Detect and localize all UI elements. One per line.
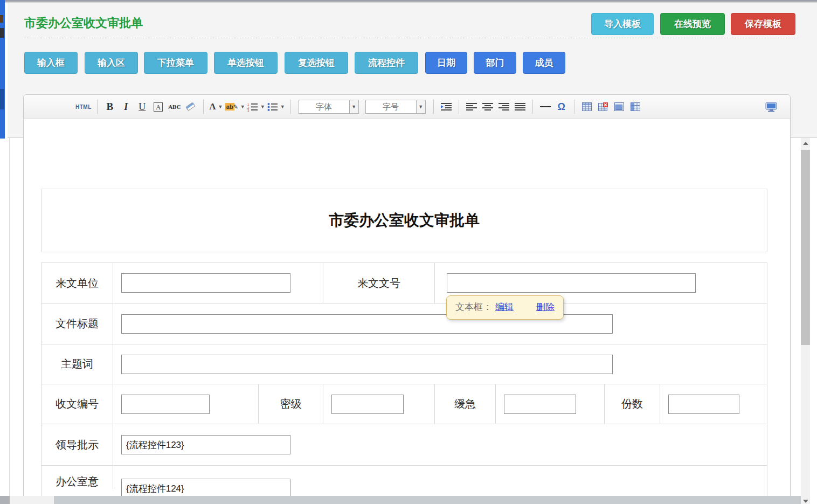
keywords-input[interactable] bbox=[121, 355, 613, 374]
align-center-icon bbox=[482, 102, 493, 111]
insert-table-button[interactable] bbox=[580, 99, 594, 115]
toolbar-separator bbox=[532, 100, 533, 114]
font-family-select[interactable]: 字体 ▼ bbox=[299, 100, 359, 114]
toolbar-separator bbox=[433, 100, 434, 114]
online-preview-button[interactable]: 在线预览 bbox=[660, 13, 725, 35]
strikethrough-button[interactable]: ABC bbox=[168, 99, 182, 115]
style-box-icon: A bbox=[154, 102, 163, 112]
save-template-button[interactable]: 保存模板 bbox=[731, 13, 795, 35]
horizontal-rule-icon bbox=[540, 106, 551, 107]
panel-edge-icon-fragment bbox=[0, 28, 4, 38]
svg-text:3: 3 bbox=[247, 109, 250, 112]
source-code-button[interactable]: HTML bbox=[75, 99, 92, 115]
unordered-list-button[interactable]: ▼ bbox=[267, 99, 285, 115]
panel-edge-icon-fragment bbox=[0, 89, 4, 109]
table-cell bbox=[496, 384, 605, 424]
horizontal-scrollbar[interactable] bbox=[0, 496, 801, 504]
table-cell bbox=[113, 263, 323, 303]
highlight-color-button[interactable]: ab✎▼ bbox=[225, 99, 245, 115]
delete-table-icon bbox=[598, 102, 608, 111]
widget-button-member[interactable]: 成员 bbox=[523, 52, 565, 74]
copies-input[interactable] bbox=[668, 395, 739, 414]
delete-field-link[interactable]: 删除 bbox=[536, 302, 555, 312]
arrow-down-icon bbox=[803, 500, 808, 503]
widget-button-input-area[interactable]: 输入区 bbox=[85, 52, 138, 74]
table-row: 主题词 bbox=[41, 344, 767, 384]
pencil-icon: ✎ bbox=[233, 103, 238, 111]
widget-button-department[interactable]: 部门 bbox=[474, 52, 516, 74]
font-size-label: 字号 bbox=[366, 102, 416, 112]
horizontal-scrollbar-thumb[interactable] bbox=[54, 496, 801, 504]
underline-button[interactable]: U bbox=[135, 99, 149, 115]
vertical-scrollbar[interactable] bbox=[801, 138, 810, 504]
page: 市委办公室收文审批单 导入模板 在线预览 保存模板 输入框 输入区 下拉菜单 单… bbox=[0, 0, 817, 504]
leader-comment-input[interactable] bbox=[121, 435, 290, 454]
special-character-button[interactable]: Ω bbox=[555, 99, 569, 115]
font-color-icon: A bbox=[209, 101, 216, 112]
secrecy-input[interactable] bbox=[331, 395, 404, 414]
align-right-button[interactable] bbox=[497, 99, 511, 115]
bold-button[interactable]: B bbox=[103, 99, 117, 115]
source-unit-input[interactable] bbox=[121, 273, 290, 293]
secrecy-label: 密级 bbox=[259, 384, 323, 424]
urgency-input[interactable] bbox=[504, 395, 576, 414]
widget-button-flow-control[interactable]: 流程控件 bbox=[355, 52, 418, 74]
leader-comment-label: 领导批示 bbox=[41, 424, 113, 465]
indent-button[interactable] bbox=[439, 99, 453, 115]
doc-number-label: 来文文号 bbox=[323, 263, 435, 303]
toolbar-separator bbox=[459, 100, 459, 114]
table-row-properties-button[interactable] bbox=[628, 99, 642, 115]
source-unit-label: 来文单位 bbox=[41, 263, 113, 303]
table-cell-properties-button[interactable] bbox=[612, 99, 626, 115]
doc-number-input[interactable] bbox=[447, 273, 696, 293]
scroll-up-arrow[interactable] bbox=[801, 142, 810, 145]
remove-format-button[interactable] bbox=[184, 99, 198, 115]
table-cell bbox=[113, 344, 767, 384]
italic-button[interactable]: I bbox=[119, 99, 133, 115]
editor-document[interactable]: 市委办公室收文审批单 来文单位 来文文号 文件标题 bbox=[24, 119, 790, 504]
table-row: 文件标题 bbox=[41, 303, 767, 344]
widget-button-date[interactable]: 日期 bbox=[425, 52, 467, 74]
align-justify-button[interactable] bbox=[513, 99, 527, 115]
page-title: 市委办公室收文审批单 bbox=[24, 15, 143, 31]
ordered-list-icon: 1 2 3 bbox=[247, 102, 258, 112]
align-right-icon bbox=[498, 102, 509, 111]
chevron-down-icon: ▼ bbox=[218, 104, 223, 109]
form-title-table[interactable]: 市委办公室收文审批单 bbox=[41, 189, 767, 252]
import-template-button[interactable]: 导入模板 bbox=[591, 13, 654, 35]
quick-style-button[interactable]: A bbox=[151, 99, 165, 115]
widget-button-input-box[interactable]: 输入框 bbox=[24, 52, 78, 74]
office-opinion-input[interactable] bbox=[121, 479, 290, 498]
rich-text-editor: HTML B I U A ABC A▼ ab✎▼ 1 2 bbox=[23, 94, 791, 504]
italic-icon: I bbox=[124, 101, 128, 113]
chevron-down-icon: ▼ bbox=[240, 104, 245, 109]
align-center-button[interactable] bbox=[481, 99, 495, 115]
eraser-icon bbox=[185, 102, 196, 112]
table-cell bbox=[113, 424, 767, 465]
strikethrough-icon: ABC bbox=[168, 103, 181, 110]
scroll-down-arrow[interactable] bbox=[801, 500, 810, 503]
align-left-button[interactable] bbox=[465, 99, 479, 115]
receipt-number-input[interactable] bbox=[121, 395, 210, 414]
widget-button-checkbox[interactable]: 复选按钮 bbox=[285, 52, 348, 74]
chevron-down-icon: ▼ bbox=[260, 104, 265, 109]
copies-label: 份数 bbox=[605, 384, 660, 424]
omega-icon: Ω bbox=[557, 101, 565, 113]
edit-field-link[interactable]: 编辑 bbox=[495, 302, 514, 312]
ordered-list-button[interactable]: 1 2 3 ▼ bbox=[247, 99, 265, 115]
widget-button-dropdown[interactable]: 下拉菜单 bbox=[144, 52, 207, 74]
font-family-label: 字体 bbox=[299, 102, 349, 112]
table-cell bbox=[113, 466, 767, 498]
scrollbar-corner bbox=[0, 496, 10, 504]
horizontal-rule-button[interactable] bbox=[538, 99, 552, 115]
fullscreen-button[interactable] bbox=[764, 99, 778, 115]
delete-table-button[interactable] bbox=[596, 99, 610, 115]
underline-icon: U bbox=[139, 101, 146, 113]
vertical-scrollbar-thumb[interactable] bbox=[801, 150, 810, 345]
font-color-button[interactable]: A▼ bbox=[209, 99, 223, 115]
toolbar-separator bbox=[290, 100, 291, 114]
bold-icon: B bbox=[106, 101, 113, 113]
font-size-select[interactable]: 字号 ▼ bbox=[365, 100, 426, 114]
widget-button-radio[interactable]: 单选按钮 bbox=[214, 52, 278, 74]
form-title: 市委办公室收文审批单 bbox=[329, 210, 480, 231]
